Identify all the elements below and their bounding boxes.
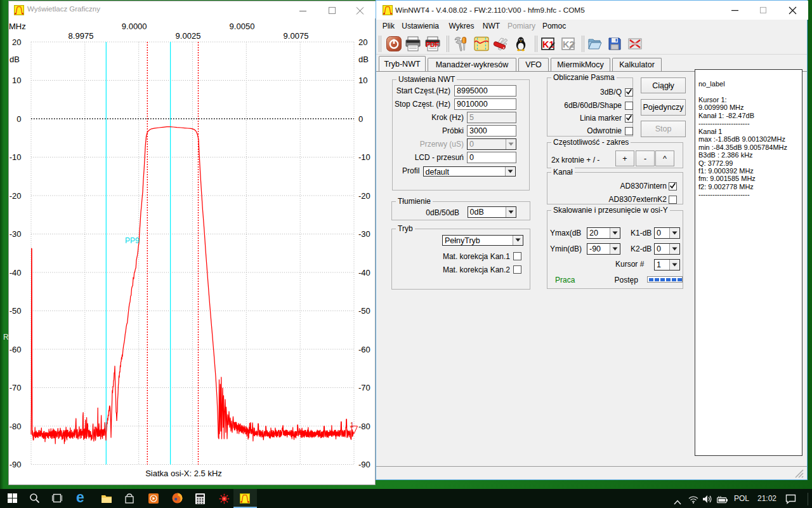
svg-text:-40: -40: [358, 268, 370, 277]
svg-text:1: 1: [350, 422, 354, 429]
svg-text:-40: -40: [10, 268, 22, 277]
svg-text:-50: -50: [358, 306, 370, 316]
svg-text:dB: dB: [358, 55, 369, 64]
svg-text:-70: -70: [10, 383, 22, 392]
svg-text:dB: dB: [10, 55, 20, 64]
svg-text:10: 10: [12, 76, 21, 85]
svg-text:9.0050: 9.0050: [230, 22, 255, 31]
svg-text:PDF: PDF: [426, 41, 440, 48]
svg-text:0: 0: [16, 114, 21, 124]
svg-text:9.0025: 9.0025: [176, 31, 201, 41]
svg-text:9.0075: 9.0075: [284, 31, 309, 41]
svg-text:MHz: MHz: [9, 22, 26, 31]
svg-text:-20: -20: [358, 191, 370, 201]
svg-text:Siatka osi-X: 2.5 kHz: Siatka osi-X: 2.5 kHz: [145, 469, 222, 478]
svg-text:-80: -80: [358, 422, 370, 431]
svg-text:20: 20: [358, 37, 367, 47]
svg-text:-90: -90: [10, 460, 22, 469]
svg-text:20: 20: [12, 37, 21, 47]
svg-text:-80: -80: [10, 422, 22, 431]
svg-text:PP9: PP9: [125, 236, 140, 245]
svg-text:-30: -30: [10, 229, 22, 239]
svg-text:-10: -10: [358, 152, 370, 162]
svg-text:-10: -10: [10, 152, 22, 162]
svg-text:-60: -60: [10, 345, 22, 354]
svg-text:-50: -50: [10, 306, 22, 316]
svg-text:-30: -30: [358, 229, 370, 239]
svg-text:0: 0: [358, 114, 363, 124]
svg-text:-90: -90: [358, 460, 370, 469]
svg-text:8.9975: 8.9975: [69, 31, 94, 41]
svg-text:10: 10: [358, 76, 367, 85]
svg-text:-60: -60: [358, 345, 370, 354]
svg-text:-20: -20: [10, 191, 22, 201]
svg-text:9.0000: 9.0000: [122, 22, 147, 31]
svg-text:-70: -70: [358, 383, 370, 392]
